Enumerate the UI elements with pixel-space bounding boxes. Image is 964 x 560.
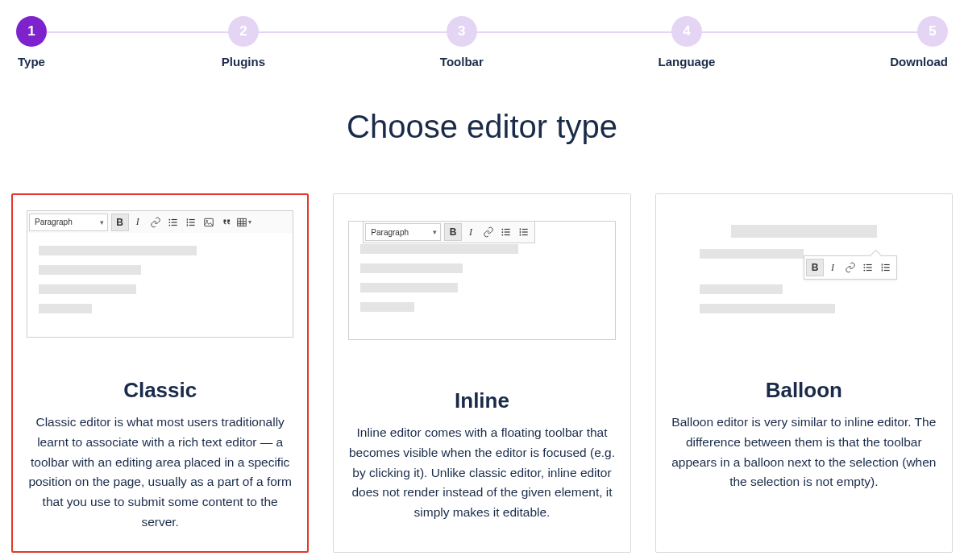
step-download[interactable]: 5 Download [890,16,948,68]
svg-rect-9 [186,218,187,220]
step-plugins[interactable]: 2 Plugins [222,16,265,68]
inline-toolbar: Paragraph ▾ B I [363,221,535,243]
svg-point-2 [168,222,170,223]
numbered-list-icon[interactable] [515,223,533,241]
step-label: Download [890,55,948,68]
card-balloon[interactable]: B I Balloon Balloon editor is very simil… [655,193,953,553]
svg-point-33 [863,267,865,268]
step-label: Toolbar [440,55,484,68]
chevron-down-icon: ▾ [433,228,437,236]
card-title: Classic [27,378,293,403]
svg-point-19 [501,229,503,230]
card-inline[interactable]: Paragraph ▾ B I Inline Inline editor com… [333,193,630,553]
svg-rect-25 [522,229,528,230]
svg-rect-1 [171,218,177,219]
step-number: 1 [16,16,47,47]
italic-icon[interactable]: I [462,223,480,241]
svg-rect-32 [866,264,872,265]
step-toolbar[interactable]: 3 Toolbar [440,16,484,68]
svg-rect-7 [189,222,194,222]
svg-rect-12 [204,218,213,226]
svg-rect-27 [522,234,528,235]
link-icon[interactable] [480,223,497,241]
page-title: Choose editor type [8,109,956,145]
svg-rect-28 [520,228,521,230]
card-title: Balloon [671,378,937,403]
bold-icon[interactable]: B [806,259,824,276]
svg-rect-24 [505,234,510,235]
paragraph-select[interactable]: Paragraph ▾ [29,214,108,231]
link-icon[interactable] [841,259,859,276]
bulleted-list-icon[interactable] [164,214,182,231]
card-description: Balloon editor is very similar to inline… [671,413,937,492]
svg-point-31 [863,264,865,266]
svg-point-35 [863,270,865,272]
numbered-list-icon[interactable] [182,214,200,231]
svg-point-4 [168,224,170,226]
bulleted-list-icon[interactable] [497,223,515,241]
svg-rect-39 [884,270,890,271]
svg-rect-5 [171,224,177,225]
bold-icon[interactable]: B [444,223,462,241]
blockquote-icon[interactable] [218,214,235,231]
svg-rect-14 [238,218,247,226]
balloon-toolbar: B I [804,255,897,280]
step-language[interactable]: 4 Language [659,16,716,68]
svg-point-23 [501,234,503,236]
svg-rect-22 [505,231,510,232]
svg-rect-6 [189,218,194,219]
svg-rect-26 [522,231,528,232]
link-icon[interactable] [147,214,164,231]
svg-rect-10 [186,221,187,222]
italic-icon[interactable]: I [824,259,841,276]
svg-rect-29 [520,231,521,233]
step-number: 5 [917,16,948,47]
paragraph-select[interactable]: Paragraph ▾ [365,223,441,241]
step-number: 4 [671,16,702,47]
svg-rect-30 [520,234,521,235]
card-title: Inline [348,388,615,413]
svg-rect-36 [866,270,872,271]
italic-icon[interactable]: I [129,214,147,231]
step-type[interactable]: 1 Type [16,16,47,68]
paragraph-label: Paragraph [371,228,409,237]
step-label: Plugins [222,55,265,68]
chevron-down-icon: ▾ [100,218,104,226]
svg-rect-38 [884,267,890,268]
paragraph-label: Paragraph [35,218,73,226]
stepper: 1 Type 2 Plugins 3 Toolbar 4 Language 5 … [8,16,956,68]
bulleted-list-icon[interactable] [859,259,877,276]
preview-classic: Paragraph ▾ B I ▾ [27,210,293,355]
step-label: Type [18,55,45,68]
svg-rect-40 [882,263,883,265]
image-icon[interactable] [200,214,218,231]
numbered-list-icon[interactable] [877,259,895,276]
svg-point-21 [501,231,503,233]
classic-toolbar: Paragraph ▾ B I ▾ [27,210,293,233]
svg-point-13 [206,220,207,222]
svg-rect-41 [882,267,883,268]
preview-balloon: B I [671,210,937,355]
card-description: Classic editor is what most users tradit… [27,413,293,533]
step-number: 3 [447,16,477,47]
step-number: 2 [228,16,259,47]
svg-rect-8 [189,224,194,225]
table-icon[interactable]: ▾ [235,214,253,231]
svg-rect-3 [171,222,177,222]
svg-rect-34 [866,267,872,268]
step-label: Language [659,55,716,68]
svg-rect-37 [884,264,890,265]
svg-point-0 [168,218,170,220]
editor-type-cards: Paragraph ▾ B I ▾ [8,193,956,553]
classic-content-area [27,233,293,338]
bold-icon[interactable]: B [111,214,129,231]
svg-rect-11 [186,224,187,226]
card-description: Inline editor comes with a floating tool… [348,423,615,523]
preview-inline: Paragraph ▾ B I [348,221,615,366]
svg-rect-20 [505,229,510,230]
card-classic[interactable]: Paragraph ▾ B I ▾ [11,193,309,553]
svg-rect-42 [882,269,883,271]
